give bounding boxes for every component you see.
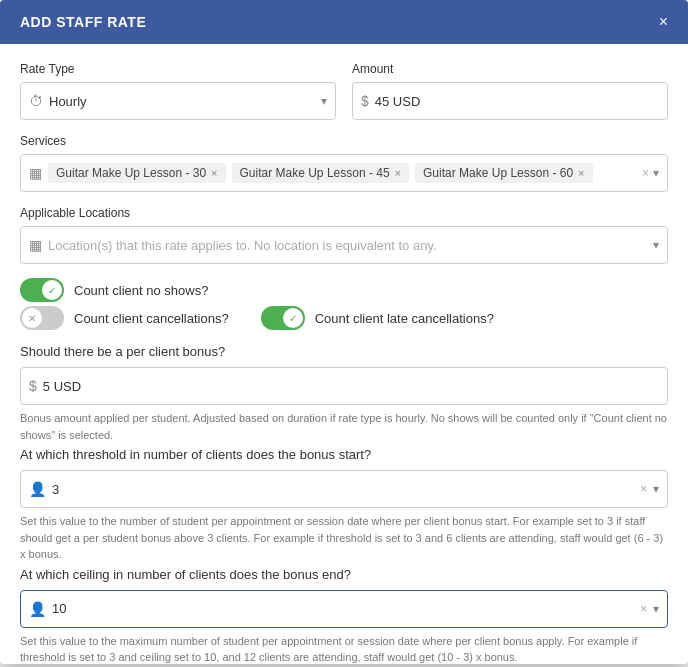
- threshold-group: At which threshold in number of clients …: [20, 447, 668, 563]
- tags-clear-all[interactable]: ×: [642, 166, 649, 180]
- ceiling-input-wrapper: 👤 × ▾: [20, 590, 668, 628]
- no-shows-row: ✓ Count client no shows?: [20, 278, 668, 302]
- tag-1-label: Guitar Make Up Lesson - 45: [240, 166, 390, 180]
- no-shows-knob: ✓: [42, 280, 62, 300]
- modal-title: ADD STAFF RATE: [20, 14, 146, 30]
- ceiling-people-icon: 👤: [29, 601, 46, 617]
- ceiling-group: At which ceiling in number of clients do…: [20, 567, 668, 665]
- amount-label: Amount: [352, 62, 668, 76]
- ceiling-help-text: Set this value to the maximum number of …: [20, 633, 668, 665]
- rate-type-value: Hourly: [49, 94, 315, 109]
- late-cancellations-check-icon: ✓: [289, 313, 297, 324]
- threshold-clear-btn[interactable]: ×: [640, 482, 647, 496]
- modal-body: Rate Type ⏱ Hourly ▾ Amount $ Services ▦: [0, 44, 688, 664]
- threshold-people-icon: 👤: [29, 481, 46, 497]
- rate-amount-row: Rate Type ⏱ Hourly ▾ Amount $: [20, 62, 668, 120]
- rate-type-label: Rate Type: [20, 62, 336, 76]
- bonus-dollar-icon: $: [29, 378, 37, 394]
- threshold-input-wrapper: 👤 × ▾: [20, 470, 668, 508]
- threshold-input[interactable]: [52, 482, 634, 497]
- locations-wrapper[interactable]: ▦ Location(s) that this rate applies to.…: [20, 226, 668, 264]
- ceiling-clear-btn[interactable]: ×: [640, 602, 647, 616]
- location-calendar-icon: ▦: [29, 237, 42, 253]
- close-button[interactable]: ×: [659, 14, 668, 30]
- rate-type-chevron[interactable]: ▾: [321, 94, 327, 108]
- ceiling-chevron[interactable]: ▾: [653, 602, 659, 616]
- ceiling-section-label: At which ceiling in number of clients do…: [20, 567, 668, 582]
- tag-2-remove[interactable]: ×: [578, 167, 584, 179]
- tag-2: Guitar Make Up Lesson - 60 ×: [415, 163, 593, 183]
- amount-group: Amount $: [352, 62, 668, 120]
- add-staff-rate-modal: ADD STAFF RATE × Rate Type ⏱ Hourly ▾ Am…: [0, 0, 688, 664]
- tag-0: Guitar Make Up Lesson - 30 ×: [48, 163, 226, 183]
- threshold-section-label: At which threshold in number of clients …: [20, 447, 668, 462]
- dollar-icon: $: [361, 93, 369, 109]
- services-label: Services: [20, 134, 668, 148]
- no-shows-check-icon: ✓: [48, 285, 56, 296]
- locations-group: Applicable Locations ▦ Location(s) that …: [20, 206, 668, 264]
- locations-label: Applicable Locations: [20, 206, 668, 220]
- calendar-icon: ▦: [29, 165, 42, 181]
- tag-1: Guitar Make Up Lesson - 45 ×: [232, 163, 410, 183]
- rate-type-select[interactable]: ⏱ Hourly ▾: [20, 82, 336, 120]
- ceiling-input[interactable]: [52, 601, 634, 616]
- rate-type-group: Rate Type ⏱ Hourly ▾: [20, 62, 336, 120]
- modal-header: ADD STAFF RATE ×: [0, 0, 688, 44]
- tag-0-remove[interactable]: ×: [211, 167, 217, 179]
- amount-input-wrapper: $: [352, 82, 668, 120]
- cancellations-x-icon: ✕: [28, 313, 36, 324]
- amount-input[interactable]: [375, 94, 659, 109]
- services-group: Services ▦ Guitar Make Up Lesson - 30 × …: [20, 134, 668, 192]
- bonus-help-text: Bonus amount applied per student. Adjust…: [20, 410, 668, 443]
- late-cancellations-knob: ✓: [283, 308, 303, 328]
- tag-0-label: Guitar Make Up Lesson - 30: [56, 166, 206, 180]
- cancellations-label: Count client cancellations?: [74, 311, 229, 326]
- late-cancellations-label: Count client late cancellations?: [315, 311, 494, 326]
- no-shows-toggle[interactable]: ✓: [20, 278, 64, 302]
- cancellations-knob: ✕: [22, 308, 42, 328]
- late-cancellations-toggle[interactable]: ✓: [261, 306, 305, 330]
- cancellations-item: ✕ Count client cancellations?: [20, 306, 229, 330]
- bonus-group: Should there be a per client bonus? $ Bo…: [20, 344, 668, 443]
- bonus-section-label: Should there be a per client bonus?: [20, 344, 668, 359]
- clock-icon: ⏱: [29, 93, 43, 109]
- tag-1-remove[interactable]: ×: [395, 167, 401, 179]
- services-tags-wrapper[interactable]: ▦ Guitar Make Up Lesson - 30 × Guitar Ma…: [20, 154, 668, 192]
- no-shows-label: Count client no shows?: [74, 283, 208, 298]
- bonus-input-wrapper: $: [20, 367, 668, 405]
- tags-drop-chevron[interactable]: ▾: [653, 166, 659, 180]
- threshold-help-text: Set this value to the number of student …: [20, 513, 668, 563]
- cancellations-toggle[interactable]: ✕: [20, 306, 64, 330]
- tags-chevrons: × ▾: [642, 166, 659, 180]
- threshold-chevron[interactable]: ▾: [653, 482, 659, 496]
- cancellations-row: ✕ Count client cancellations? ✓ Count cl…: [20, 306, 668, 330]
- bonus-input[interactable]: [43, 379, 659, 394]
- location-placeholder: Location(s) that this rate applies to. N…: [48, 238, 647, 253]
- tag-2-label: Guitar Make Up Lesson - 60: [423, 166, 573, 180]
- late-cancellations-item: ✓ Count client late cancellations?: [261, 306, 494, 330]
- location-chevron[interactable]: ▾: [653, 238, 659, 252]
